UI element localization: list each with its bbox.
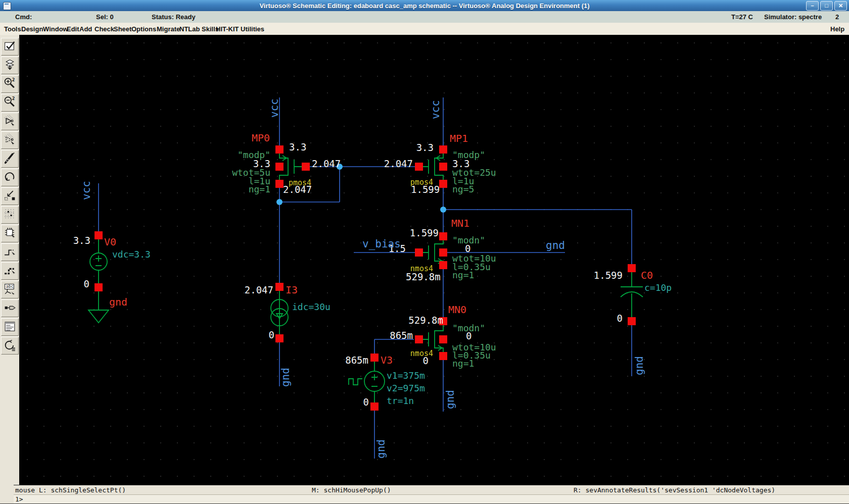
zoom-in-icon: 2 — [3, 77, 17, 90]
command-prompt[interactable]: 1> — [14, 494, 849, 504]
pattern-dots-icon — [3, 208, 17, 221]
terminal-marker — [275, 334, 284, 342]
voltage-annotation: 1.599 — [594, 270, 623, 281]
wire-button[interactable] — [1, 243, 19, 261]
area-pattern-button[interactable] — [1, 206, 19, 224]
net-label-gnd[interactable]: gnd — [633, 356, 645, 375]
wide-wire-icon — [3, 264, 17, 277]
undo-arrow-icon — [3, 170, 17, 184]
net-label-vcc[interactable]: vcc — [430, 100, 442, 119]
terminal-marker — [415, 335, 423, 343]
repeat-circle-icon — [3, 338, 17, 352]
net-label-gnd[interactable]: gnd — [444, 390, 456, 409]
voltage-annotation: 0 — [363, 396, 369, 408]
gate-cursor-dashed-icon — [3, 133, 17, 146]
net-label-gnd[interactable]: gnd — [546, 239, 565, 251]
instance-param: c=10p — [644, 282, 672, 293]
probe-pen-button[interactable] — [1, 150, 19, 168]
terminal-marker — [439, 180, 447, 188]
selection-count: Sel: 0 — [96, 13, 114, 21]
wire-icon — [3, 245, 17, 259]
menu-edit[interactable]: Edit — [67, 25, 79, 33]
check-and-save-button[interactable] — [1, 38, 19, 56]
voltage-annotation: 1.599 — [410, 227, 439, 238]
net-label-vcc[interactable]: vcc — [80, 181, 92, 200]
close-button[interactable]: ✕ — [834, 1, 847, 11]
net-label-gnd: gnd — [109, 296, 127, 308]
menu-help[interactable]: Help — [830, 25, 844, 33]
virtuoso-window: Virtuoso® Schematic Editing: edaboard ca… — [0, 0, 849, 504]
minimize-button[interactable]: – — [806, 1, 819, 11]
instance-param: tr=1n — [387, 395, 414, 406]
gate-cursor-icon — [3, 114, 17, 128]
instance-name: I3 — [286, 284, 298, 296]
net-label-vcc[interactable]: vcc — [268, 98, 280, 118]
voltage-annotation: 0 — [466, 330, 471, 341]
menu-window[interactable]: Window — [43, 25, 68, 33]
status-count: 2 — [835, 13, 839, 21]
voltage-annotation: 865m — [345, 355, 368, 366]
pen-icon — [3, 152, 17, 165]
terminal-marker — [275, 283, 284, 291]
net-label-gnd[interactable]: gnd — [375, 439, 387, 459]
voltage-annotation: 865m — [390, 330, 413, 341]
window-icon — [3, 2, 11, 10]
net-label-gnd[interactable]: gnd — [279, 368, 292, 387]
maximize-button[interactable]: □ — [820, 1, 833, 11]
voltage-annotation: 3.3 — [73, 235, 90, 246]
mouse-left-binding: mouse L: schSingleSelectPt() — [15, 486, 126, 494]
instance-param: idc=30u — [292, 301, 331, 312]
menu-options[interactable]: Options — [131, 25, 156, 33]
select-copy-button[interactable] — [1, 113, 19, 130]
undo-button[interactable] — [1, 169, 19, 186]
svg-text:2: 2 — [12, 95, 15, 101]
stretch-button[interactable] — [1, 187, 19, 205]
menu-design[interactable]: Design — [21, 25, 43, 33]
schematic-canvas[interactable]: 3.3 V0 vdc=3.3 0 gnd vcc MP0 3.3 "modp" … — [19, 35, 849, 485]
voltage-annotation: 0 — [617, 313, 623, 324]
save-button[interactable] — [1, 57, 19, 74]
terminal-marker — [370, 354, 379, 362]
instance-button[interactable] — [1, 225, 19, 242]
terminal-marker — [439, 261, 447, 269]
window-title: Virtuoso® Schematic Editing: edaboard ca… — [0, 2, 849, 10]
temperature: T=27 C — [731, 13, 753, 21]
voltage-annotation: 2.047 — [384, 158, 413, 169]
properties-form-button[interactable] — [1, 318, 19, 336]
menu-hitkit-utilities[interactable]: HIT-KIT Utilities — [216, 25, 264, 33]
terminal-marker — [439, 248, 447, 257]
voltage-annotation: 529.8m — [406, 271, 441, 282]
voltage-annotation: 3.3 — [289, 141, 306, 153]
voltage-annotation: 529.8m — [408, 315, 443, 326]
menu-sheet[interactable]: Sheet — [114, 25, 131, 33]
cmd-label: Cmd: — [15, 13, 32, 21]
menu-add[interactable]: Add — [79, 25, 92, 33]
pin-button[interactable] — [1, 299, 19, 317]
net-label-vbias[interactable]: v_bias — [362, 238, 401, 250]
voltage-annotation: 0 — [465, 243, 470, 254]
terminal-marker — [95, 283, 103, 291]
wire-label-button[interactable]: abc — [1, 281, 19, 298]
instance-name: C0 — [641, 269, 653, 281]
menu-tools[interactable]: Tools — [4, 25, 21, 33]
repeat-button[interactable] — [1, 337, 19, 355]
voltage-annotation: 0 — [269, 329, 274, 340]
instance-name: MP0 — [252, 132, 270, 144]
menu-bar: Tools Design Window Edit Add Check Sheet… — [0, 23, 849, 35]
terminal-marker — [415, 248, 423, 257]
abc-label-icon: abc — [3, 282, 17, 296]
select-move-button[interactable] — [1, 131, 19, 149]
terminal-marker — [95, 231, 103, 239]
zoom-in-2x-button[interactable]: 2 — [1, 75, 19, 93]
terminal-marker — [275, 180, 284, 188]
zoom-out-2x-button[interactable]: 2 — [1, 94, 19, 112]
menu-migrate[interactable]: Migrate — [157, 25, 180, 33]
simulator-name: Simulator: spectre — [764, 13, 822, 21]
terminal-marker — [628, 317, 636, 325]
terminal-marker — [415, 163, 423, 171]
menu-check[interactable]: Check — [95, 25, 114, 33]
junction-dot — [276, 199, 282, 205]
menu-ntlab-skills[interactable]: NTLab Skills — [179, 25, 219, 33]
terminal-marker — [439, 145, 447, 154]
wide-wire-button[interactable] — [1, 262, 19, 280]
